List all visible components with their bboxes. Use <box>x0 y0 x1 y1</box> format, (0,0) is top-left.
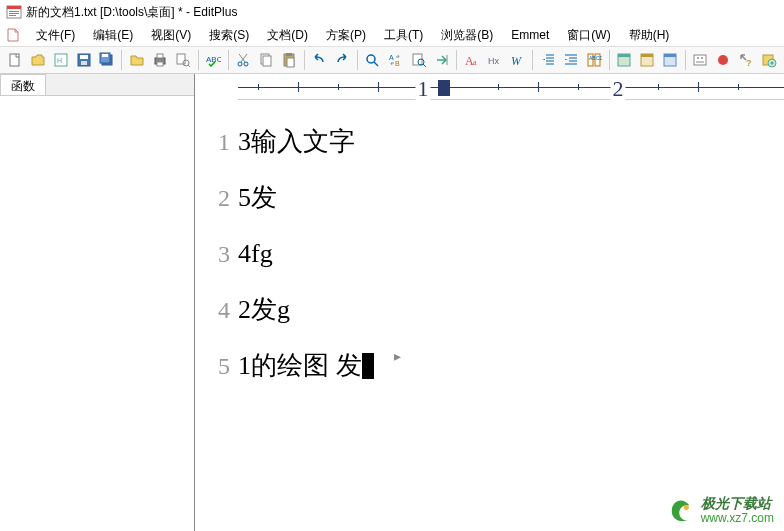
sidebar-tab-function[interactable]: 函数 <box>0 74 46 95</box>
columns-icon[interactable]: ABCD <box>583 49 604 71</box>
line-number: 3 <box>195 226 230 282</box>
toolbar-separator <box>685 50 686 70</box>
svg-rect-57 <box>664 54 676 57</box>
svg-rect-2 <box>9 11 19 12</box>
menu-view[interactable]: 视图(V) <box>143 25 199 46</box>
svg-rect-24 <box>263 56 271 66</box>
svg-rect-9 <box>80 55 88 59</box>
svg-text:H: H <box>57 57 62 64</box>
ruler-cursor-icon <box>438 80 450 96</box>
svg-rect-58 <box>694 55 706 65</box>
svg-rect-53 <box>618 54 630 57</box>
svg-line-29 <box>374 62 378 66</box>
svg-line-19 <box>188 65 190 67</box>
menu-help[interactable]: 帮助(H) <box>621 25 678 46</box>
text-line[interactable]: 4fg <box>238 226 784 282</box>
text-line[interactable]: 2发g <box>238 282 784 338</box>
spell-check-icon[interactable]: ABC <box>203 49 224 71</box>
svg-line-34 <box>423 64 426 67</box>
main-area: 函数 1 2 ▸ 1 2 3 4 5 <box>0 74 784 531</box>
svg-point-60 <box>701 57 703 59</box>
editor-area: 1 2 ▸ 1 2 3 4 5 3输入文字 5发 4fg 2发g <box>195 74 784 531</box>
menu-tools[interactable]: 工具(T) <box>376 25 431 46</box>
text-content[interactable]: ▸ 1 2 3 4 5 3输入文字 5发 4fg 2发g 1的绘图 发 <box>195 100 784 531</box>
cut-icon[interactable] <box>233 49 254 71</box>
paste-icon[interactable] <box>279 49 300 71</box>
menu-file[interactable]: 文件(F) <box>28 25 83 46</box>
open-file-icon[interactable] <box>27 49 48 71</box>
text-line[interactable]: 1的绘图 发 <box>238 338 784 394</box>
goto-icon[interactable] <box>431 49 452 71</box>
watermark-url: www.xz7.com <box>701 512 774 525</box>
toolbar-separator <box>357 50 358 70</box>
replace-icon[interactable]: AB <box>385 49 406 71</box>
ruler: 1 2 <box>238 74 784 100</box>
svg-text:Hx: Hx <box>488 56 499 66</box>
svg-text:A: A <box>389 54 394 61</box>
menu-browser[interactable]: 浏览器(B) <box>433 25 501 46</box>
print-preview-icon[interactable] <box>173 49 194 71</box>
menu-window[interactable]: 窗口(W) <box>559 25 618 46</box>
toolbar-separator <box>456 50 457 70</box>
svg-point-28 <box>367 55 375 63</box>
watermark: 极光下载站 www.xz7.com <box>667 496 774 525</box>
settings-icon[interactable] <box>690 49 711 71</box>
toolbar-separator <box>609 50 610 70</box>
toolbar-separator <box>121 50 122 70</box>
find-in-files-icon[interactable] <box>408 49 429 71</box>
side-panel: 函数 <box>0 74 195 531</box>
menu-project[interactable]: 方案(P) <box>318 25 374 46</box>
save-icon[interactable] <box>73 49 94 71</box>
watermark-name: 极光下载站 <box>701 496 774 511</box>
file-icon[interactable] <box>4 26 22 44</box>
folder-icon[interactable] <box>126 49 147 71</box>
svg-text:B: B <box>395 60 400 67</box>
window1-icon[interactable] <box>614 49 635 71</box>
copy-icon[interactable] <box>256 49 277 71</box>
menu-document[interactable]: 文档(D) <box>259 25 316 46</box>
save-all-icon[interactable] <box>96 49 117 71</box>
record-icon[interactable] <box>713 49 734 71</box>
ruler-mark-2: 2 <box>611 76 626 102</box>
text-line[interactable]: 5发 <box>238 170 784 226</box>
toolbar-separator <box>228 50 229 70</box>
toolbar-separator <box>198 50 199 70</box>
menu-edit[interactable]: 编辑(E) <box>85 25 141 46</box>
help-icon[interactable]: ? <box>736 49 757 71</box>
toolbar-separator <box>304 50 305 70</box>
redo-icon[interactable] <box>332 49 353 71</box>
toolbar-separator <box>532 50 533 70</box>
menu-emmet[interactable]: Emmet <box>503 26 557 44</box>
text-line[interactable]: 3输入文字 <box>238 114 784 170</box>
line-number: 2 <box>195 170 230 226</box>
browser-icon[interactable]: W <box>507 49 528 71</box>
new-file-icon[interactable] <box>4 49 25 71</box>
find-icon[interactable] <box>362 49 383 71</box>
svg-rect-10 <box>81 61 87 65</box>
ruler-mark-1: 1 <box>416 76 431 102</box>
svg-rect-3 <box>9 13 19 14</box>
svg-point-21 <box>238 62 242 66</box>
config-icon[interactable] <box>759 49 780 71</box>
svg-text:?: ? <box>746 58 752 68</box>
menu-search[interactable]: 搜索(S) <box>201 25 257 46</box>
svg-rect-15 <box>157 54 163 58</box>
svg-rect-17 <box>177 54 185 64</box>
new-html-icon[interactable]: H <box>50 49 71 71</box>
window2-icon[interactable] <box>637 49 658 71</box>
app-icon <box>6 4 22 20</box>
font-icon[interactable]: Aa <box>461 49 482 71</box>
undo-icon[interactable] <box>309 49 330 71</box>
title-bar: 新的文档1.txt [D:\tools\桌面] * - EditPlus <box>0 0 784 24</box>
editor-lines[interactable]: 3输入文字 5发 4fg 2发g 1的绘图 发 <box>238 114 784 531</box>
line-number: 4 <box>195 282 230 338</box>
svg-point-65 <box>771 62 774 65</box>
toolbar: H ABC AB Aa Hx W ABCD ? <box>0 46 784 74</box>
indent-left-icon[interactable] <box>537 49 558 71</box>
print-icon[interactable] <box>149 49 170 71</box>
indent-right-icon[interactable] <box>560 49 581 71</box>
svg-point-59 <box>697 57 699 59</box>
hex-icon[interactable]: Hx <box>484 49 505 71</box>
text-cursor-icon <box>362 353 374 379</box>
window3-icon[interactable] <box>660 49 681 71</box>
